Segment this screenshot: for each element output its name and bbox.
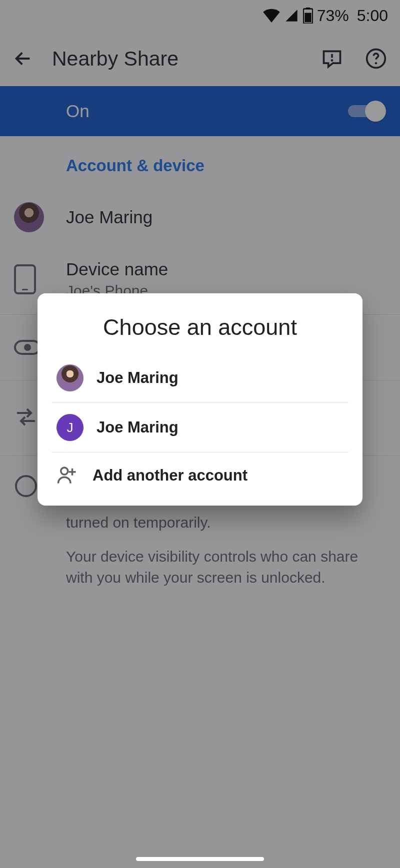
person-add-icon (56, 466, 80, 486)
dialog-title: Choose an account (38, 314, 362, 340)
screen: 73% 5:00 Nearby Share On Account & devic… (0, 0, 400, 868)
avatar-initial: J (56, 414, 84, 441)
account-option-1[interactable]: Joe Maring (38, 353, 362, 402)
add-account-label: Add another account (92, 467, 248, 485)
account-option-name: Joe Maring (96, 418, 178, 437)
avatar (56, 364, 84, 391)
add-account-button[interactable]: Add another account (38, 453, 362, 489)
account-option-name: Joe Maring (96, 369, 178, 387)
navigation-handle[interactable] (136, 857, 264, 861)
svg-point-8 (61, 468, 68, 475)
choose-account-dialog: Choose an account Joe Maring J Joe Marin… (38, 293, 362, 506)
account-option-2[interactable]: J Joe Maring (38, 403, 362, 452)
